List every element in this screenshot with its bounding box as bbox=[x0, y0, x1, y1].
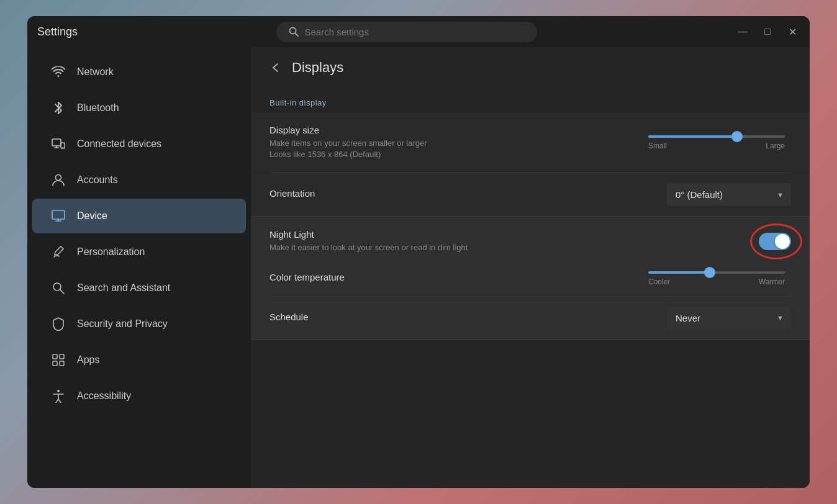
schedule-info: Schedule bbox=[269, 312, 667, 325]
orientation-control: 0° (Default) bbox=[667, 183, 791, 206]
sidebar-item-apps[interactable]: Apps bbox=[32, 343, 246, 377]
page-title: Displays bbox=[292, 60, 343, 76]
display-size-slider: Small Large bbox=[642, 135, 791, 150]
search-bar-container bbox=[78, 22, 735, 42]
sidebar-label-apps: Apps bbox=[77, 354, 99, 366]
display-size-max-label: Large bbox=[766, 142, 785, 150]
svg-rect-9 bbox=[53, 354, 57, 359]
sidebar-label-device: Device bbox=[77, 210, 107, 222]
bluetooth-icon bbox=[51, 101, 66, 115]
cooler-label: Cooler bbox=[648, 277, 670, 286]
sidebar: Network Bluetooth bbox=[27, 47, 251, 488]
settings-window: Settings — □ ✕ bbox=[27, 16, 810, 488]
night-light-title: Night Light bbox=[269, 229, 759, 240]
content-header: Displays bbox=[251, 47, 810, 88]
svg-rect-6 bbox=[52, 210, 65, 219]
display-size-title: Display size bbox=[269, 125, 642, 135]
svg-rect-12 bbox=[60, 361, 64, 366]
schedule-control: Never bbox=[667, 307, 791, 330]
svg-rect-2 bbox=[52, 139, 61, 146]
sidebar-item-accounts[interactable]: Accounts bbox=[32, 163, 246, 197]
night-light-toggle[interactable] bbox=[759, 233, 791, 250]
color-temperature-thumb[interactable] bbox=[704, 267, 715, 278]
svg-line-1 bbox=[295, 34, 298, 37]
sidebar-label-bluetooth: Bluetooth bbox=[77, 102, 119, 114]
svg-line-8 bbox=[60, 290, 65, 294]
display-size-track[interactable] bbox=[648, 135, 785, 138]
orientation-dropdown[interactable]: 0° (Default) bbox=[667, 183, 791, 206]
sidebar-label-network: Network bbox=[77, 66, 114, 78]
brush-icon bbox=[51, 245, 66, 259]
schedule-dropdown-wrapper: Never bbox=[667, 307, 791, 330]
schedule-title: Schedule bbox=[269, 312, 667, 322]
sidebar-item-personalization[interactable]: Personalization bbox=[32, 235, 246, 269]
minimize-button[interactable]: — bbox=[735, 24, 750, 39]
main-area: Network Bluetooth bbox=[27, 47, 810, 488]
color-temperature-control: Cooler Warmer bbox=[642, 271, 791, 286]
search-bar bbox=[276, 22, 537, 42]
sidebar-label-accounts: Accounts bbox=[77, 174, 118, 186]
warmer-label: Warmer bbox=[759, 277, 785, 286]
display-size-desc1: Make items on your screen smaller or lar… bbox=[269, 138, 642, 149]
sidebar-item-network[interactable]: Network bbox=[32, 55, 246, 89]
night-light-section: Night Light Make it easier to look at yo… bbox=[251, 216, 810, 340]
sidebar-item-search-assistant[interactable]: Search and Assistant bbox=[32, 271, 246, 305]
search-icon bbox=[289, 27, 299, 37]
back-button[interactable] bbox=[269, 61, 282, 74]
accessibility-icon bbox=[51, 389, 66, 403]
schedule-row: Schedule Never bbox=[251, 297, 810, 340]
night-light-control bbox=[759, 233, 791, 250]
display-size-fill bbox=[648, 135, 737, 138]
sidebar-item-security-privacy[interactable]: Security and Privacy bbox=[32, 307, 246, 341]
sidebar-label-security-privacy: Security and Privacy bbox=[77, 318, 168, 330]
sidebar-item-bluetooth[interactable]: Bluetooth bbox=[32, 91, 246, 125]
color-temperature-title: Color temperature bbox=[269, 272, 642, 282]
sidebar-item-accessibility[interactable]: Accessibility bbox=[32, 379, 246, 413]
section-label: Built-in display bbox=[251, 88, 810, 112]
search-assistant-icon bbox=[51, 281, 66, 295]
monitor-icon bbox=[51, 209, 66, 223]
display-size-thumb[interactable] bbox=[731, 131, 743, 142]
sidebar-label-connected-devices: Connected devices bbox=[77, 138, 161, 150]
orientation-info: Orientation bbox=[269, 188, 667, 201]
svg-rect-10 bbox=[60, 354, 64, 359]
sidebar-label-personalization: Personalization bbox=[77, 246, 145, 258]
apps-icon bbox=[51, 353, 66, 367]
svg-point-4 bbox=[62, 147, 63, 148]
schedule-dropdown[interactable]: Never bbox=[667, 307, 791, 330]
orientation-title: Orientation bbox=[269, 188, 667, 199]
orientation-dropdown-wrapper: 0° (Default) bbox=[667, 183, 791, 206]
maximize-button[interactable]: □ bbox=[760, 24, 775, 39]
toggle-knob bbox=[775, 234, 790, 249]
color-temperature-row: Color temperature Cooler Warmer bbox=[251, 266, 810, 296]
svg-point-13 bbox=[57, 390, 60, 392]
window-controls: — □ ✕ bbox=[735, 24, 800, 39]
display-size-min-label: Small bbox=[648, 142, 667, 150]
shield-icon bbox=[51, 317, 66, 331]
wifi-icon bbox=[51, 65, 66, 79]
svg-rect-11 bbox=[53, 361, 57, 366]
color-temperature-fill bbox=[648, 271, 710, 274]
color-temperature-labels: Cooler Warmer bbox=[648, 277, 785, 286]
display-size-row: Display size Make items on your screen s… bbox=[251, 112, 810, 173]
titlebar: Settings — □ ✕ bbox=[27, 16, 810, 47]
search-input[interactable] bbox=[305, 27, 525, 37]
close-button[interactable]: ✕ bbox=[785, 24, 800, 39]
display-size-desc2: Looks like 1536 x 864 (Default) bbox=[269, 149, 642, 160]
orientation-row: Orientation 0° (Default) bbox=[251, 173, 810, 216]
sidebar-item-device[interactable]: Device bbox=[32, 199, 246, 233]
sidebar-label-accessibility: Accessibility bbox=[77, 390, 131, 402]
color-temperature-info: Color temperature bbox=[269, 272, 642, 285]
color-temperature-track[interactable] bbox=[648, 271, 785, 274]
devices-icon bbox=[51, 137, 66, 151]
night-light-desc: Make it easier to look at your screen or… bbox=[269, 242, 759, 253]
display-size-control: Small Large bbox=[642, 135, 791, 150]
content-area: Displays Built-in display Display size M… bbox=[251, 47, 810, 488]
svg-point-5 bbox=[56, 175, 61, 181]
color-temperature-slider: Cooler Warmer bbox=[642, 271, 791, 286]
sidebar-item-connected-devices[interactable]: Connected devices bbox=[32, 127, 246, 161]
night-light-info: Night Light Make it easier to look at yo… bbox=[269, 229, 759, 253]
display-size-info: Display size Make items on your screen s… bbox=[269, 125, 642, 160]
person-icon bbox=[51, 173, 66, 187]
display-size-labels: Small Large bbox=[648, 142, 785, 150]
